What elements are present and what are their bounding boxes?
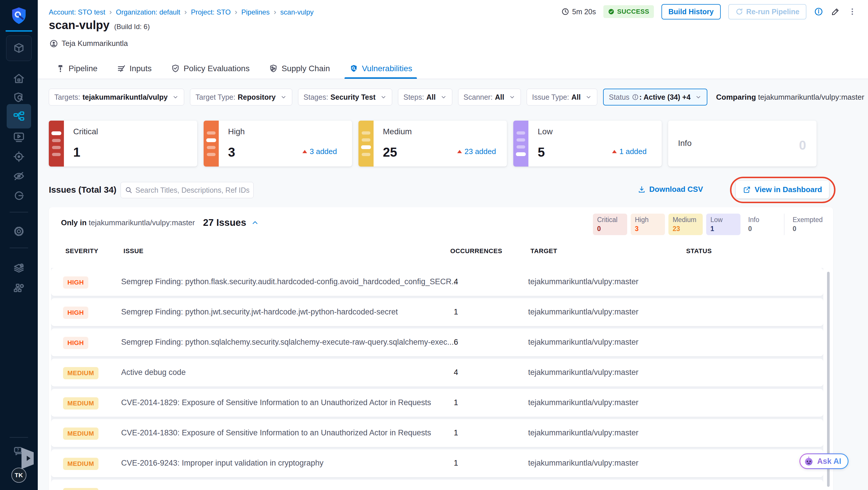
- breadcrumb-item[interactable]: Account: STO test›: [49, 7, 116, 17]
- table-row[interactable]: HIGH Semgrep Finding: python.sqlalchemy.…: [51, 329, 823, 356]
- severity-level-icon: [513, 121, 528, 166]
- occurrences-value: 1: [454, 459, 458, 468]
- targets-icon: [13, 151, 25, 163]
- sidebar-item-org-settings[interactable]: [6, 280, 31, 296]
- settings-gear-icon: [13, 225, 25, 238]
- check-circle-icon: [608, 8, 614, 15]
- added-count: 1 added: [612, 147, 647, 156]
- sidebar-item-default-settings[interactable]: [6, 260, 31, 276]
- tab-icon: [269, 64, 278, 73]
- breadcrumb-item[interactable]: Organization: default›: [116, 7, 191, 17]
- table-row[interactable]: MEDIUM CVE-2014-1829: Exposure of Sensit…: [51, 389, 823, 417]
- filter-targets[interactable]: Targets: tejakummarikuntla/vulpy: [49, 89, 184, 105]
- issues-toolbar: Issues (Total 34) Download CSV View in D…: [49, 180, 857, 201]
- card-info[interactable]: Info 0: [668, 121, 816, 166]
- ask-ai-button[interactable]: Ask AI: [800, 453, 848, 469]
- sidebar-item-targets[interactable]: [6, 149, 31, 165]
- chevron-down-icon: [585, 94, 592, 100]
- edit-pencil-icon[interactable]: [831, 7, 840, 16]
- filter-stages[interactable]: Stages: Security Test: [298, 89, 392, 105]
- triggered-by: Teja Kummarikuntla: [50, 39, 128, 48]
- target-value: tejakummarikuntla/vulpy:master: [528, 398, 639, 407]
- breadcrumb: Account: STO test›Organization: default›…: [49, 7, 314, 17]
- card-high[interactable]: High 3 3 added: [204, 121, 352, 166]
- card-low[interactable]: Low 5 1 added: [513, 121, 662, 166]
- chevron-down-icon: [695, 94, 702, 100]
- ai-robot-icon: [803, 456, 814, 467]
- sidebar-item-executions[interactable]: [6, 129, 31, 145]
- sidebar-item-exemptions[interactable]: [6, 168, 31, 184]
- table-row[interactable]: MEDIUM: [51, 480, 823, 490]
- external-link-icon: [743, 186, 751, 194]
- home-icon: [13, 72, 25, 85]
- column-target: TARGET: [530, 247, 557, 255]
- tab-vulnerabilities[interactable]: Vulnerabilities: [348, 58, 413, 79]
- sidebar-item-pipelines[interactable]: [7, 104, 31, 128]
- header-actions: 5m 20s SUCCESS Build History Re-run Pipe…: [561, 3, 857, 20]
- info-icon[interactable]: [814, 7, 823, 16]
- rerun-pipeline-button[interactable]: Re-run Pipeline: [728, 4, 806, 20]
- svg-text:?: ?: [17, 448, 20, 452]
- breadcrumb-item[interactable]: scan-vulpy›: [280, 8, 314, 16]
- download-csv-button[interactable]: Download CSV: [638, 185, 703, 194]
- severity-level-icon: [49, 121, 64, 166]
- chip-low[interactable]: Low 1: [706, 214, 741, 235]
- module-selector-button[interactable]: [6, 35, 32, 61]
- chevron-up-icon[interactable]: [251, 219, 259, 227]
- issue-title: CVE-2014-1830: Exposure of Sensitive Inf…: [121, 428, 431, 437]
- sidebar-item-settings[interactable]: [6, 223, 31, 240]
- refresh-icon: [735, 7, 743, 16]
- build-history-button[interactable]: Build History: [661, 4, 721, 20]
- table-row[interactable]: HIGH Semgrep Finding: python.flask.secur…: [51, 268, 823, 296]
- view-in-dashboard-button[interactable]: View in Dashboard: [736, 181, 829, 198]
- table-row[interactable]: MEDIUM CVE-2016-9243: Improper input val…: [51, 449, 823, 477]
- tab-icon: [349, 64, 359, 73]
- filter-steps[interactable]: Steps: All: [398, 89, 452, 105]
- table-row[interactable]: MEDIUM CVE-2014-1830: Exposure of Sensit…: [51, 419, 823, 447]
- occurrences-value: 4: [454, 368, 458, 377]
- sidebar-item-discovery[interactable]: [6, 187, 31, 204]
- chevron-down-icon: [380, 94, 386, 100]
- search-icon: [125, 186, 132, 194]
- tab-pipeline[interactable]: Pipeline: [55, 58, 99, 79]
- severity-badge: HIGH: [63, 276, 88, 288]
- filter-status[interactable]: Status : Active (34) +4: [603, 89, 707, 105]
- severity-badge: MEDIUM: [63, 367, 98, 379]
- org-settings-icon: [13, 282, 25, 294]
- chip-critical[interactable]: Critical 0: [593, 214, 627, 235]
- card-medium[interactable]: Medium 25 23 added: [359, 121, 507, 166]
- table-row[interactable]: MEDIUM Active debug code 4 tejakummariku…: [51, 359, 823, 387]
- severity-badge: HIGH: [63, 307, 88, 319]
- tab-supply-chain[interactable]: Supply Chain: [268, 58, 331, 79]
- card-critical[interactable]: Critical 1: [49, 121, 197, 166]
- table-row[interactable]: HIGH Semgrep Finding: python.jwt.securit…: [51, 298, 823, 326]
- tab-inputs[interactable]: Inputs: [116, 58, 153, 79]
- sidebar-divider: [9, 248, 28, 248]
- occurrences-value: 1: [454, 428, 458, 437]
- search-input[interactable]: [135, 186, 249, 194]
- clock-icon: [561, 7, 569, 16]
- chip-exempted[interactable]: Exempted 0: [784, 214, 827, 235]
- sidebar-item-home[interactable]: [6, 70, 31, 87]
- breadcrumb-item[interactable]: Project: STO›: [191, 7, 241, 17]
- chip-info[interactable]: Info 0: [744, 214, 778, 235]
- filter-issue-type[interactable]: Issue Type: All: [527, 89, 597, 105]
- sidebar-item-overview[interactable]: [6, 90, 31, 106]
- target-value: tejakummarikuntla/vulpy:master: [528, 368, 639, 377]
- target-value: tejakummarikuntla/vulpy:master: [528, 277, 639, 286]
- tab-policy-evaluations[interactable]: Policy Evaluations: [169, 58, 251, 79]
- user-icon: [50, 39, 58, 48]
- target-value: tejakummarikuntla/vulpy:master: [528, 428, 639, 437]
- pipeline-duration: 5m 20s: [561, 7, 596, 16]
- group-label: Only in tejakummarikuntla/vulpy:master: [61, 218, 195, 227]
- breadcrumb-item[interactable]: Pipelines›: [241, 7, 280, 17]
- tab-bar: PipelineInputsPolicy EvaluationsSupply C…: [55, 58, 413, 79]
- chip-high[interactable]: High 3: [631, 214, 665, 235]
- kebab-menu-icon[interactable]: [848, 7, 857, 16]
- user-avatar[interactable]: TK: [11, 468, 26, 483]
- tab-icon: [171, 64, 180, 73]
- chip-medium[interactable]: Medium 23: [669, 214, 703, 235]
- added-count: 3 added: [302, 147, 337, 156]
- filter-scanner[interactable]: Scanner: All: [458, 89, 521, 105]
- filter-target-type[interactable]: Target Type: Repository: [190, 89, 292, 105]
